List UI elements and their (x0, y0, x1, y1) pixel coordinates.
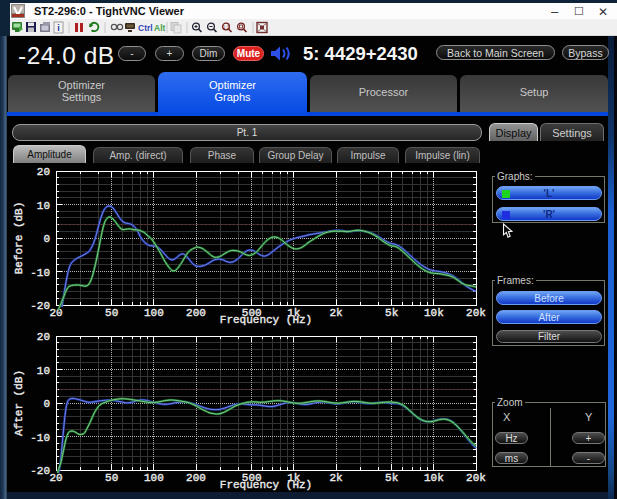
svg-text:200: 200 (186, 307, 206, 319)
svg-text:50: 50 (105, 307, 118, 319)
svg-text:10k: 10k (424, 307, 444, 319)
svg-text:2k: 2k (329, 307, 343, 319)
svg-text:10k: 10k (424, 472, 444, 484)
svg-text:20: 20 (49, 472, 62, 484)
svg-text:20: 20 (37, 166, 50, 178)
svg-text:0: 0 (43, 233, 50, 245)
svg-text:0: 0 (43, 398, 50, 410)
svg-text:Frequency (Hz): Frequency (Hz) (220, 479, 312, 491)
svg-text:200: 200 (186, 472, 206, 484)
svg-text:-20: -20 (30, 465, 50, 477)
svg-text:100: 100 (144, 307, 164, 319)
svg-text:100: 100 (144, 472, 164, 484)
svg-text:20: 20 (49, 307, 62, 319)
svg-text:50: 50 (105, 472, 118, 484)
svg-text:5k: 5k (385, 307, 399, 319)
svg-text:10: 10 (37, 200, 50, 212)
svg-text:After (dB): After (dB) (13, 370, 25, 436)
svg-text:Before (dB): Before (dB) (13, 202, 25, 275)
svg-text:2k: 2k (329, 472, 343, 484)
svg-text:20: 20 (37, 331, 50, 343)
svg-text:20k: 20k (466, 307, 486, 319)
svg-text:Frequency (Hz): Frequency (Hz) (220, 314, 312, 326)
svg-text:5k: 5k (385, 472, 399, 484)
svg-text:-10: -10 (30, 432, 50, 444)
svg-text:-20: -20 (30, 300, 50, 312)
svg-text:20k: 20k (466, 472, 486, 484)
svg-text:-10: -10 (30, 267, 50, 279)
svg-text:10: 10 (37, 365, 50, 377)
